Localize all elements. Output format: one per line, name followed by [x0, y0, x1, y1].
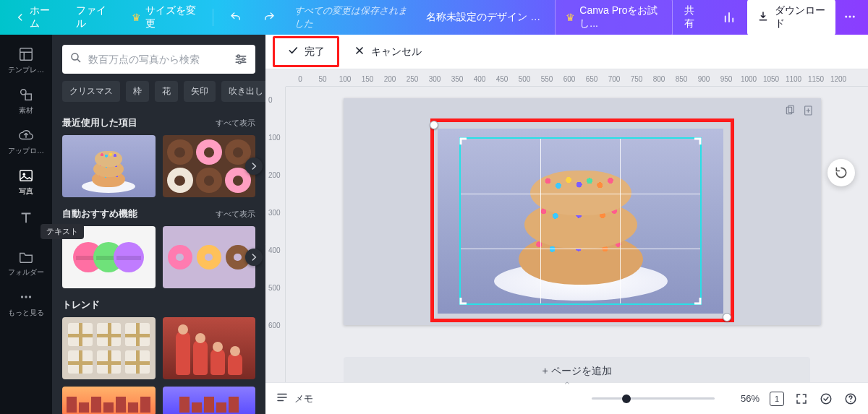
ruler-tick: 300	[429, 75, 441, 83]
ruler-tick: 100	[339, 75, 352, 83]
templates-icon	[18, 46, 34, 62]
crop-corner[interactable]	[459, 137, 471, 149]
ruler-tick: 800	[653, 75, 665, 83]
redo-button[interactable]	[254, 5, 284, 30]
crown-icon: ♛	[132, 12, 141, 23]
photos-scroll[interactable]: 最近使用した項目すべて表示 自動おすすめ機能すべて表示 トレンド	[52, 106, 265, 414]
divider	[213, 9, 213, 26]
shapes-icon	[18, 87, 34, 103]
ruler-vertical: 0100200300400500600	[265, 87, 286, 382]
checkmark-status-icon[interactable]	[819, 392, 833, 406]
search-input[interactable]	[88, 53, 228, 65]
ruler-tick: 1050	[763, 75, 779, 83]
share-button[interactable]: 共有	[676, 0, 710, 36]
crop-handle[interactable]	[723, 313, 731, 322]
photo-thumb[interactable]	[163, 317, 256, 379]
row-next[interactable]	[245, 249, 263, 266]
svg-point-11	[72, 53, 78, 60]
thumb-row	[62, 226, 255, 288]
download-icon	[757, 11, 769, 25]
row-next[interactable]	[245, 158, 263, 175]
svg-point-10	[29, 296, 31, 298]
crop-done-button[interactable]: 完了	[277, 40, 335, 63]
add-page-icon[interactable]	[802, 104, 815, 117]
undo-button[interactable]	[221, 5, 251, 30]
add-page-button[interactable]: + ページを追加	[344, 357, 810, 382]
photo-thumb[interactable]	[163, 135, 256, 197]
duplicate-page-icon[interactable]	[783, 104, 796, 117]
thumb-row	[62, 135, 255, 197]
undo-icon	[229, 11, 242, 24]
ruler-tick: 1000	[741, 75, 757, 83]
resize-button[interactable]: ♛ サイズを変更	[123, 0, 205, 36]
pro-trial-button[interactable]: ♛ Canva Proをお試し...	[555, 0, 673, 36]
chip[interactable]: 矢印	[184, 81, 216, 102]
photo-thumb[interactable]	[62, 135, 156, 197]
ruler-tick: 850	[676, 75, 688, 83]
thumb-row	[62, 317, 255, 379]
svg-point-2	[853, 15, 855, 17]
collapse-panel-toggle[interactable]	[545, 380, 589, 390]
svg-point-18	[821, 394, 831, 404]
ruler-tick: 700	[608, 75, 621, 83]
file-menu[interactable]: ファイル	[67, 0, 120, 36]
ruler-horizontal: 0501001502002503003504004505005506006507…	[286, 69, 868, 87]
ruler-tick: 650	[586, 75, 598, 83]
page-indicator[interactable]: 1	[770, 392, 784, 406]
dots-icon	[843, 10, 856, 25]
zoom-percent[interactable]: 56%	[725, 393, 760, 404]
chip[interactable]: クリスマス	[62, 81, 120, 102]
notes-button[interactable]: メモ	[276, 391, 313, 406]
download-button[interactable]: ダウンロード	[747, 0, 835, 35]
rail-elements[interactable]: 素材	[0, 81, 52, 121]
rail-photos[interactable]: 写真	[0, 162, 52, 202]
rail-uploads[interactable]: アップロ…	[0, 121, 52, 162]
zoom-slider[interactable]	[592, 397, 715, 400]
ruler-tick: 200	[384, 75, 396, 83]
text-icon	[18, 210, 34, 225]
sliders-icon[interactable]	[234, 52, 248, 66]
ruler-tick: 900	[698, 75, 710, 83]
chip[interactable]: 花	[155, 81, 178, 102]
see-all-link[interactable]: すべて表示	[216, 118, 255, 129]
photos-panel: クリスマス 枠 花 矢印 吹き出し 最近使用した項目すべて表示 自動おすすめ機能…	[52, 35, 265, 414]
chip[interactable]: 枠	[126, 81, 149, 102]
home-button[interactable]: ホーム	[6, 0, 64, 36]
rail-folders[interactable]: フォルダー	[0, 243, 52, 283]
crop-corner[interactable]	[690, 293, 702, 305]
crop-cancel-button[interactable]: キャンセル	[344, 40, 432, 63]
crop-corner[interactable]	[690, 137, 702, 149]
insights-button[interactable]	[714, 5, 744, 30]
photo-thumb[interactable]	[163, 387, 256, 414]
crop-corner[interactable]	[459, 293, 471, 305]
ruler-tick: 1150	[808, 75, 824, 83]
photo-thumb[interactable]	[62, 317, 156, 379]
crop-frame[interactable]	[459, 137, 702, 305]
svg-point-9	[25, 296, 27, 298]
workspace: テンプレ… 素材 アップロ… 写真 . フォルダー もっと見る テキスト	[0, 35, 868, 414]
search-field[interactable]	[62, 45, 255, 74]
canvas-stage[interactable]: + ページを追加	[286, 87, 868, 382]
ruler-tick: 100	[268, 134, 281, 142]
more-menu[interactable]	[838, 5, 862, 30]
rail-templates[interactable]: テンプレ…	[0, 40, 52, 81]
crop-handle[interactable]	[430, 121, 438, 129]
ruler-tick: 250	[407, 75, 419, 83]
crown-icon: ♛	[566, 12, 575, 23]
doc-title[interactable]: 名称未設定のデザイン - 1200p...	[419, 11, 549, 24]
rail-more[interactable]: もっと見る	[0, 283, 52, 324]
topbar: ホーム ファイル ♛ サイズを変更 すべての変更は保存されました 名称未設定のデ…	[0, 0, 868, 35]
see-all-link[interactable]: すべて表示	[216, 209, 255, 220]
thumb-row	[62, 387, 255, 414]
photo-thumb[interactable]	[163, 226, 256, 288]
reset-crop-button[interactable]	[827, 159, 855, 186]
help-button[interactable]	[843, 392, 858, 406]
dots-horizontal-icon	[18, 289, 34, 305]
svg-point-1	[849, 15, 851, 17]
zoom-thumb[interactable]	[622, 394, 631, 403]
search-icon	[69, 51, 82, 67]
fullscreen-button[interactable]	[794, 392, 809, 406]
done-highlight: 完了	[273, 36, 339, 67]
photo-thumb[interactable]	[62, 387, 156, 414]
chip[interactable]: 吹き出し	[221, 81, 271, 102]
